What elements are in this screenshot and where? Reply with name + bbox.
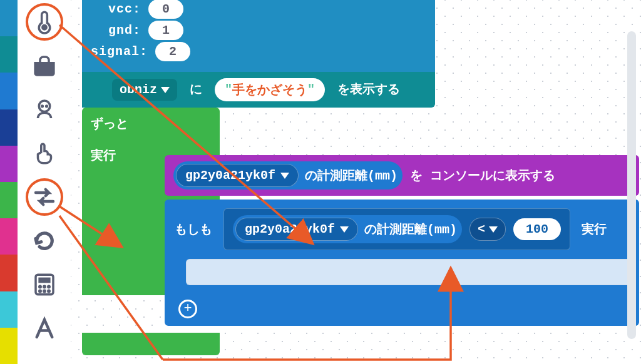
display-text-input[interactable]: " 手をかざそう " bbox=[215, 78, 325, 101]
sensor-row-vcc[interactable]: vcc: 0 bbox=[91, 0, 426, 19]
display-text-block[interactable]: obniz に " 手をかざそう " を表示する bbox=[82, 72, 435, 108]
category-calculator[interactable] bbox=[18, 263, 71, 306]
chevron-down-icon bbox=[340, 226, 349, 233]
chevron-down-icon bbox=[161, 87, 170, 93]
if-condition[interactable]: gp2y0a21yk0f の計測距離(mm) < 100 bbox=[223, 208, 570, 250]
sensor-reading-chip[interactable]: gp2y0a21yk0f の計測距離(mm) bbox=[173, 161, 403, 190]
forever-title: ずっと bbox=[91, 115, 211, 132]
if-run-label: 実行 bbox=[582, 221, 607, 238]
category-undo[interactable] bbox=[18, 219, 71, 263]
sensor-dropdown[interactable]: gp2y0a21yk0f bbox=[235, 218, 358, 241]
svg-point-11 bbox=[47, 290, 49, 292]
category-rail bbox=[0, 0, 18, 364]
pointer-hand-icon bbox=[31, 140, 58, 166]
if-block[interactable]: もしも gp2y0a21yk0f の計測距離(mm) < bbox=[165, 200, 639, 326]
category-robot[interactable] bbox=[18, 88, 71, 131]
plus-icon: + bbox=[178, 300, 197, 318]
if-keyword: もしも bbox=[175, 221, 212, 238]
sensor-row-signal[interactable]: signal: 2 bbox=[91, 42, 426, 61]
svg-point-8 bbox=[47, 285, 49, 288]
svg-point-2 bbox=[41, 105, 43, 108]
svg-point-10 bbox=[43, 290, 45, 292]
threshold-input[interactable]: 100 bbox=[513, 218, 561, 240]
highlight-circle bbox=[26, 3, 63, 41]
svg-point-6 bbox=[38, 285, 41, 288]
vertical-scrollbar[interactable] bbox=[627, 31, 636, 339]
toolbox-icon bbox=[31, 53, 58, 79]
svg-rect-5 bbox=[39, 278, 50, 283]
target-dropdown[interactable]: obniz bbox=[112, 79, 177, 101]
category-swap[interactable] bbox=[18, 175, 71, 219]
block-workspace[interactable]: vcc: 0 gnd: 1 signal: 2 obniz に " 手をかざそう bbox=[71, 0, 641, 364]
sensor-label: vcc: bbox=[91, 2, 141, 16]
pin-value[interactable]: 0 bbox=[148, 0, 183, 19]
if-body-slot[interactable] bbox=[186, 259, 633, 285]
svg-point-0 bbox=[41, 25, 46, 30]
icon-column bbox=[18, 0, 71, 364]
category-toolbox[interactable] bbox=[18, 44, 71, 88]
sensor-label: gnd: bbox=[91, 23, 141, 38]
calculator-icon bbox=[31, 271, 58, 298]
svg-point-9 bbox=[38, 290, 41, 292]
sensor-row-gnd[interactable]: gnd: 1 bbox=[91, 21, 426, 40]
category-text[interactable] bbox=[18, 306, 71, 350]
sensor-dropdown[interactable]: gp2y0a21yk0f bbox=[176, 164, 299, 187]
console-print-block[interactable]: gp2y0a21yk0f の計測距離(mm) を コンソールに表示する bbox=[165, 155, 639, 196]
text-letter-icon bbox=[31, 315, 58, 341]
highlight-circle bbox=[26, 178, 63, 216]
add-branch-button[interactable]: + bbox=[172, 294, 639, 326]
sensor-label: signal: bbox=[91, 44, 148, 59]
pin-value[interactable]: 2 bbox=[155, 42, 190, 61]
swap-arrows-icon bbox=[31, 184, 58, 210]
operator-dropdown[interactable]: < bbox=[469, 218, 506, 241]
forever-block-bottom bbox=[82, 333, 220, 355]
chevron-down-icon bbox=[489, 226, 498, 233]
thermometer-icon bbox=[31, 9, 58, 35]
sensor-setup-block[interactable]: vcc: 0 gnd: 1 signal: 2 bbox=[82, 0, 435, 72]
undo-icon bbox=[31, 228, 58, 254]
category-pointer[interactable] bbox=[18, 131, 71, 175]
category-sensor[interactable] bbox=[18, 0, 71, 44]
chevron-down-icon bbox=[280, 173, 289, 179]
svg-point-3 bbox=[45, 105, 48, 108]
svg-point-7 bbox=[43, 285, 45, 288]
pin-value[interactable]: 1 bbox=[148, 21, 183, 40]
robot-icon bbox=[31, 96, 58, 123]
